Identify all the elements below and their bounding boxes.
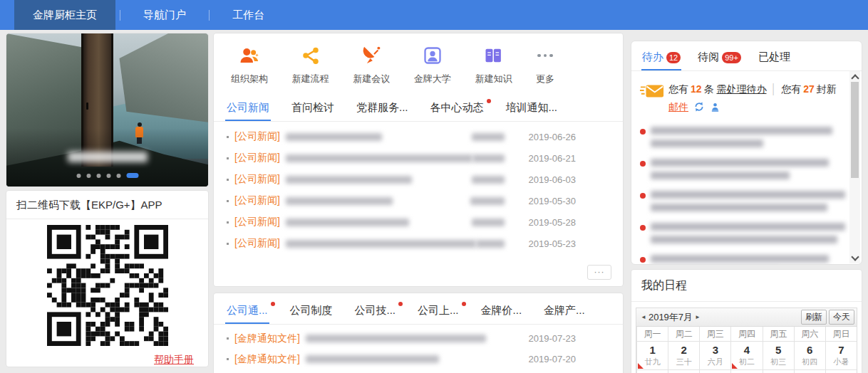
todo-text-redacted (651, 223, 845, 231)
news-date: 2019-05-23 (523, 238, 576, 249)
tab-company-listing[interactable]: 公司上... (416, 298, 460, 324)
calendar-day-cell[interactable]: 8 (636, 370, 668, 373)
text-separator: │ (770, 83, 777, 95)
calendar-day-cell[interactable]: 10 (699, 370, 730, 373)
doc-date: 2019-07-20 (523, 354, 576, 364)
calendar-day-cell[interactable]: 1 廿九 (636, 342, 668, 369)
new-indicator-dot (487, 99, 491, 103)
tab-party-services[interactable]: 党群服务... (355, 95, 410, 121)
todo-text-redacted (651, 191, 845, 199)
help-manual-link[interactable]: 帮助手册 (154, 354, 194, 367)
news-more-button[interactable]: ··· (587, 265, 611, 280)
todo-item[interactable] (640, 223, 862, 243)
news-item[interactable]: [公司新闻] 2019-05-28 (214, 211, 623, 233)
calendar-day-cell[interactable]: 13 (794, 370, 825, 373)
unread-dot-icon (640, 193, 646, 199)
tab-company-notice[interactable]: 公司通... (225, 298, 269, 324)
tab-company-policy[interactable]: 公司制度 (289, 298, 334, 324)
calendar-day-cell[interactable]: 6 初四 (794, 342, 825, 369)
tab-first-review[interactable]: 首问检讨 (290, 95, 336, 121)
contact-person-icon[interactable] (710, 103, 720, 115)
quick-action-new-knowledge[interactable]: 新建知识 (475, 45, 512, 85)
news-author-redacted (472, 176, 505, 184)
nav-tab-portal[interactable]: 导航门户 (125, 0, 205, 30)
carousel-dot[interactable] (116, 174, 120, 178)
scroll-up-icon[interactable] (852, 74, 858, 80)
nav-tab-home[interactable]: 金牌厨柜主页 (14, 0, 115, 30)
news-category-prefix: [公司新闻] (234, 152, 280, 164)
calendar-day-cell[interactable]: 2 三十 (668, 342, 699, 369)
top-navbar: 金牌厨柜主页 导航门户 工作台 (0, 0, 868, 30)
todo-item[interactable] (640, 191, 862, 211)
todo-scrollbar[interactable] (849, 71, 860, 263)
unread-dot-icon (640, 225, 646, 231)
quick-action-new-meeting[interactable]: 新建会议 (353, 45, 390, 85)
day-number: 4 (731, 343, 762, 357)
doc-category-prefix: [金牌通知文件] (234, 332, 300, 345)
calendar-day-cell[interactable]: 11 (730, 370, 762, 373)
scrollbar-thumb[interactable] (851, 82, 859, 178)
mail-notice: 您有12条 需处理待办│您有27封新邮件 (631, 71, 862, 118)
quick-action-org[interactable]: 组织架构 (231, 45, 268, 85)
bullet-icon (227, 179, 229, 181)
bullet-icon (227, 157, 229, 159)
bullet-icon (227, 243, 229, 245)
carousel-dot[interactable] (96, 174, 100, 178)
calendar-day-cell[interactable]: 12 (763, 370, 794, 373)
tab-center-updates[interactable]: 各中心动态 (429, 95, 485, 121)
new-mail-count: 27 (803, 83, 815, 95)
quick-action-university[interactable]: 金牌大学 (414, 45, 451, 85)
todo-item[interactable] (640, 127, 862, 147)
carousel-dot-active[interactable] (126, 173, 138, 178)
calendar-day-cell[interactable]: 5 初三 (763, 342, 794, 369)
scroll-down-icon[interactable] (852, 254, 858, 261)
tab-company-news[interactable]: 公司新闻 (225, 95, 271, 121)
nav-separator (120, 10, 120, 21)
portal-page: 金牌厨柜主页 导航门户 工作台 扫 (0, 0, 868, 373)
news-date: 2019-05-28 (523, 217, 576, 228)
next-month-icon[interactable]: ► (693, 314, 703, 320)
tab-todo[interactable]: 待办12 (641, 41, 681, 70)
nav-tab-workbench[interactable]: 工作台 (214, 0, 283, 30)
todo-item[interactable] (640, 255, 862, 265)
calendar-day-cell[interactable]: 9 (668, 370, 699, 373)
refresh-button[interactable]: 刷新 (801, 310, 827, 325)
tab-company-tech[interactable]: 公司技... (353, 298, 398, 324)
todo-item[interactable] (640, 159, 862, 179)
qr-download-card: 扫二维码下载【EKP/G+】APP 帮助手册 (6, 190, 209, 367)
news-item[interactable]: [公司新闻] 2019-06-03 (214, 169, 623, 190)
calendar-day-cell[interactable]: 7 小暑 (825, 342, 857, 369)
main-card: 组织架构 新建流程 新建会议 金牌大学 (213, 33, 624, 287)
news-item[interactable]: [公司新闻] 2019-05-30 (214, 190, 623, 211)
doc-item[interactable]: [金牌通知文件] 2019-07-20 (214, 349, 623, 369)
news-item[interactable]: [公司新闻] 2019-05-23 (214, 233, 623, 254)
quick-action-new-flow[interactable]: 新建流程 (292, 45, 329, 85)
carousel-dot[interactable] (106, 174, 110, 178)
pending-todo-link[interactable]: 需处理待办 (716, 83, 766, 95)
news-category-prefix: [公司新闻] (234, 216, 280, 228)
tab-training-notices[interactable]: 培训通知... (505, 95, 559, 121)
news-item[interactable]: [公司新闻] 2019-06-21 (214, 147, 623, 169)
calendar-day-cell[interactable]: 4 初二 (730, 342, 762, 369)
carousel-image[interactable] (6, 33, 208, 186)
refresh-icon[interactable] (693, 103, 705, 115)
today-button[interactable]: 今天 (829, 310, 854, 325)
carousel-dot[interactable] (76, 174, 81, 178)
doc-title-redacted (306, 355, 439, 363)
mail-link[interactable]: 邮件 (668, 101, 688, 112)
calendar-day-cell[interactable]: 3 六月 (699, 342, 730, 369)
tab-processed[interactable]: 已处理 (758, 41, 791, 70)
calendar-day-cell[interactable]: 14 (825, 370, 857, 373)
tab-brand-product[interactable]: 金牌产... (542, 298, 587, 324)
todo-text-redacted (651, 204, 827, 211)
prev-month-icon[interactable]: ◄ (639, 314, 649, 320)
tab-brand-value[interactable]: 金牌价... (480, 298, 524, 324)
doc-item[interactable]: [金牌通知文件] 2019-07-23 (214, 328, 623, 349)
quick-action-more[interactable]: 更多 (536, 45, 554, 85)
news-author-redacted (476, 240, 505, 248)
carousel-dot[interactable] (86, 174, 91, 178)
tab-to-read[interactable]: 待阅99+ (697, 41, 742, 70)
news-category-prefix: [公司新闻] (234, 130, 280, 143)
news-item[interactable]: [公司新闻] 2019-06-26 (214, 126, 623, 147)
todo-tabbar: 待办12 待阅99+ 已处理 (631, 41, 862, 71)
